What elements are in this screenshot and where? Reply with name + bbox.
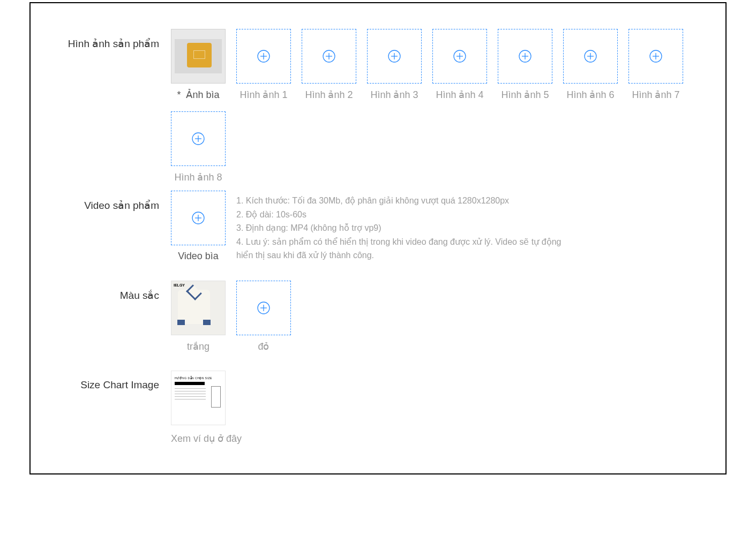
image-upload-5[interactable] (498, 29, 552, 84)
image-caption-4: Hình ảnh 4 (436, 89, 483, 101)
plus-icon (257, 49, 271, 63)
size-chart-example-image[interactable]: HƯỚNG DẪN CHỌN SIZE (171, 371, 226, 425)
video-slot: Video bìa (171, 191, 226, 262)
image-slot-7: Hình ảnh 7 (628, 29, 683, 101)
cover-caption-text: Ảnh bìa (186, 89, 219, 100)
required-asterisk: * (177, 89, 181, 100)
color-label: Màu sắc (52, 281, 159, 352)
image-caption-6: Hình ảnh 6 (566, 89, 614, 101)
image-slot-8: Hình ảnh 8 (171, 111, 226, 183)
size-chart-title: HƯỚNG DẪN CHỌN SIZE (175, 376, 222, 380)
plus-icon (583, 49, 597, 63)
size-chart-row: Size Chart Image HƯỚNG DẪN CHỌN SIZE Xem… (52, 371, 693, 444)
size-chart-content: HƯỚNG DẪN CHỌN SIZE Xem ví dụ ở đây (171, 371, 693, 444)
plus-icon (649, 49, 663, 63)
video-note-4: 4. Lưu ý: sản phẩm có thể hiển thị trong… (236, 235, 579, 262)
image-upload-4[interactable] (432, 29, 487, 84)
cover-image-upload[interactable] (171, 29, 226, 84)
image-caption-7: Hình ảnh 7 (632, 89, 679, 101)
image-upload-8[interactable] (171, 111, 226, 166)
cover-caption: * Ảnh bìa (177, 89, 219, 101)
size-chart-label: Size Chart Image (52, 371, 159, 444)
video-note-3: 3. Định dạng: MP4 (không hỗ trợ vp9) (236, 221, 579, 235)
color-slots: IELGY trắng đỏ (171, 281, 693, 352)
video-notes: 1. Kích thước: Tối đa 30Mb, độ phân giải… (236, 191, 579, 262)
color-caption-1: đỏ (258, 341, 269, 352)
product-video-content: Video bìa 1. Kích thước: Tối đa 30Mb, độ… (171, 191, 693, 262)
video-note-1: 1. Kích thước: Tối đa 30Mb, độ phân giải… (236, 194, 579, 208)
sweater-preview: IELGY (171, 281, 225, 335)
plus-icon (453, 49, 467, 63)
image-slot-2: Hình ảnh 2 (302, 29, 356, 101)
plus-icon (518, 49, 532, 63)
image-upload-7[interactable] (628, 29, 683, 84)
plus-icon (257, 301, 271, 315)
color-caption-0: trắng (187, 341, 209, 352)
product-media-panel: Hình ảnh sản phẩm * Ảnh bìa Hình ảnh 1 (29, 2, 727, 474)
image-upload-6[interactable] (563, 29, 618, 84)
size-chart-figure-icon (211, 386, 221, 408)
size-chart-link[interactable]: Xem ví dụ ở đây (171, 433, 242, 444)
color-slot-1: đỏ (236, 281, 291, 352)
color-image-upload-1[interactable] (236, 281, 291, 335)
product-video-row: Video sản phẩm Video bìa 1. Kích thước: … (52, 191, 693, 262)
product-images-slots: * Ảnh bìa Hình ảnh 1 Hình ảnh 2 (171, 29, 693, 183)
image-caption-5: Hình ảnh 5 (501, 89, 549, 101)
image-slot-5: Hình ảnh 5 (498, 29, 552, 101)
image-caption-2: Hình ảnh 2 (305, 89, 353, 101)
image-caption-1: Hình ảnh 1 (239, 89, 287, 101)
image-upload-1[interactable] (236, 29, 291, 84)
plus-icon (322, 49, 336, 63)
image-upload-2[interactable] (302, 29, 356, 84)
video-caption: Video bìa (178, 251, 219, 262)
image-caption-3: Hình ảnh 3 (370, 89, 418, 101)
color-slot-0: IELGY trắng (171, 281, 226, 352)
video-note-2: 2. Độ dài: 10s-60s (236, 208, 579, 222)
image-slot-3: Hình ảnh 3 (367, 29, 422, 101)
plus-icon (191, 211, 205, 225)
brand-label: IELGY (174, 283, 185, 287)
product-video-label: Video sản phẩm (52, 191, 159, 262)
image-upload-3[interactable] (367, 29, 422, 84)
video-upload[interactable] (171, 191, 226, 245)
image-slot-cover: * Ảnh bìa (171, 29, 226, 101)
plus-icon (191, 132, 205, 146)
image-slot-4: Hình ảnh 4 (432, 29, 487, 101)
color-row: Màu sắc IELGY trắng đỏ (52, 281, 693, 352)
size-chart-header-bar (175, 382, 205, 385)
color-image-0[interactable]: IELGY (171, 281, 226, 335)
image-slot-1: Hình ảnh 1 (236, 29, 291, 101)
image-caption-8: Hình ảnh 8 (174, 171, 222, 183)
pillow-icon (187, 43, 212, 67)
product-images-row: Hình ảnh sản phẩm * Ảnh bìa Hình ảnh 1 (52, 29, 693, 183)
plus-icon (387, 49, 401, 63)
image-slot-6: Hình ảnh 6 (563, 29, 618, 101)
product-images-label: Hình ảnh sản phẩm (52, 29, 159, 183)
